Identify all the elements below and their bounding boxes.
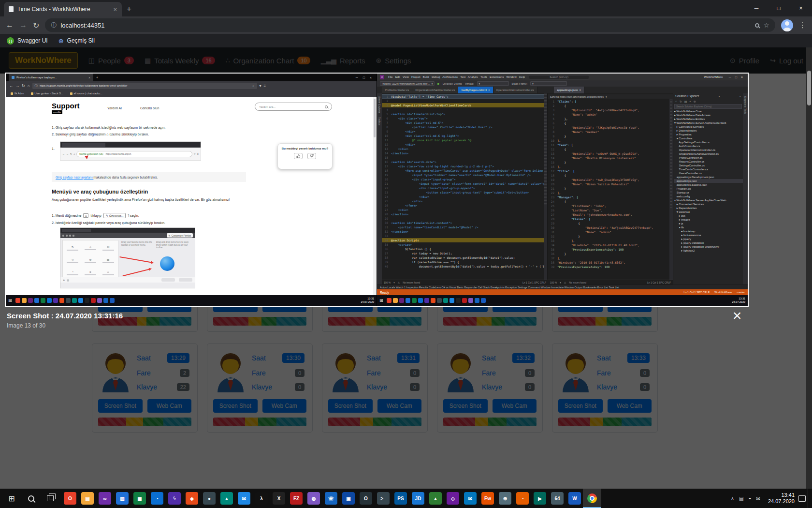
- browser-menu-icon[interactable]: ⋮: [799, 21, 806, 30]
- taskbar-app-icon[interactable]: ▤: [81, 492, 94, 505]
- taskbar-clock[interactable]: 13:41 24.07.2020: [764, 492, 798, 505]
- show-desktop-button[interactable]: [808, 489, 810, 508]
- taskbar-app-icon[interactable]: ▨: [116, 492, 129, 505]
- page-info-icon[interactable]: ⓘ: [51, 21, 57, 30]
- solution-explorer-toolbar: ⌂↻▤+⊛: [673, 99, 743, 104]
- solution-tree-item: SettingsController.cs: [674, 164, 743, 167]
- taskbar-app-icon[interactable]: ◇: [447, 492, 459, 505]
- solution-tree-item: ▸ WorkNoWhere.Core: [674, 109, 743, 113]
- article-link: Giriş sayfası nasıl ayarlanır: [56, 176, 93, 179]
- zoom-icon[interactable]: [755, 23, 759, 28]
- address-bar[interactable]: ⓘ localhost:44351 ☆: [45, 18, 775, 32]
- process-dropdown: Process: [2024] WorkNoWhere.Client.WinF.…: [380, 81, 435, 86]
- close-window-button[interactable]: ×: [790, 0, 812, 16]
- search-button[interactable]: [21, 489, 41, 508]
- taskbar-app-icon[interactable]: W: [568, 492, 581, 505]
- url-text[interactable]: localhost:44351: [60, 22, 751, 29]
- vs-status-bar: Ready Ln 1 Col 1 SPC CRLF WorkNoWhere ma…: [377, 289, 748, 295]
- taskbar-app-icon: [91, 298, 96, 303]
- solution-tree-item: AppSettingsController.cs: [674, 140, 743, 144]
- bookmark-clear-history[interactable]: ⊛ Geçmiş Sil: [58, 37, 95, 45]
- scrollbar-thumb[interactable]: [374, 99, 376, 137]
- taskbar-app-icon[interactable]: ☏: [325, 492, 337, 505]
- tray-icon[interactable]: ▤: [739, 496, 743, 501]
- taskbar-app-icon[interactable]: O: [360, 492, 372, 505]
- start-button[interactable]: ⊞: [2, 489, 21, 508]
- taskbar-app-icon[interactable]: X: [273, 492, 285, 505]
- taskbar-app-icon[interactable]: JD: [412, 492, 424, 505]
- bookmark-swagger[interactable]: { } Swagger UI: [7, 37, 48, 45]
- taskbar-app-icon[interactable]: ▲: [220, 492, 233, 505]
- new-tab-button[interactable]: +: [127, 4, 131, 14]
- scrollbar-thumb[interactable]: [807, 71, 811, 105]
- task-view-button[interactable]: [41, 489, 60, 508]
- code-line: <section id="search-date">: [382, 160, 547, 164]
- tray-icon[interactable]: ✉: [756, 496, 760, 501]
- server-explorer-tab: Server Explorer: [378, 96, 381, 113]
- taskbar-app-icon[interactable]: Fw: [481, 492, 494, 505]
- bookmark-star-icon[interactable]: ☆: [763, 21, 769, 29]
- taskbar-app-icon[interactable]: ▣: [342, 492, 355, 505]
- profile-avatar[interactable]: [781, 19, 793, 31]
- taskbar-clock: 13:3124.07.2020: [361, 297, 374, 304]
- maximize-button[interactable]: □: [768, 0, 790, 16]
- taskbar-app-icon[interactable]: ✉: [464, 492, 477, 505]
- support-logo: Support: [52, 102, 80, 110]
- lightbox-screenshot-image: Firefox'u kullanmaya başlayın... × + ─□×…: [5, 73, 749, 307]
- solution-tree-item: ProfileController.cs: [674, 156, 743, 160]
- minimize-button[interactable]: ─: [745, 0, 768, 16]
- taskbar-app-icon: [450, 298, 454, 303]
- screenshot-monitor-visual-studio: ∞ File Edit View Project Build Debug Arc…: [377, 74, 748, 306]
- tray-icon[interactable]: ◓: [749, 496, 752, 501]
- taskbar-app-icon[interactable]: >_: [377, 492, 390, 505]
- taskbar-app-icon[interactable]: FZ: [290, 492, 303, 505]
- browser-scrollbar[interactable]: [806, 47, 812, 489]
- solution-tree-item: ▸ css: [674, 214, 743, 218]
- taskbar-app-icon[interactable]: ▲: [429, 492, 442, 505]
- desktop-screen: Time Cards - WorkNoWhere × + ─ □ × ← → ↻…: [0, 0, 812, 508]
- taskbar-app-icon[interactable]: ◔: [516, 492, 529, 505]
- taskbar-app-icon[interactable]: ✉: [238, 492, 250, 505]
- support-nav-link: Yardım Al: [107, 106, 122, 110]
- solution-tree-item: AuthController.cs: [674, 144, 743, 148]
- taskbar-app-icon[interactable]: PS: [394, 492, 407, 505]
- code-line: "OptionalId": "4wfjcu1R8GevG477tvBaqA",: [548, 225, 673, 230]
- doc-tab-json: appsettings.json×: [554, 87, 584, 93]
- helpful-card: Bu maddeyi yararlı buldunuz mu?: [277, 143, 333, 169]
- code-line: <input type="hidden" name="userId" value…: [382, 173, 547, 177]
- notification-center-icon[interactable]: [798, 495, 806, 502]
- code-line: </div>: [382, 194, 547, 199]
- taskbar-app-icon[interactable]: ∞: [99, 492, 111, 505]
- tray-expand-icon[interactable]: ∧: [731, 496, 734, 501]
- lightbox-close-button[interactable]: ×: [729, 308, 745, 324]
- taskbar-app-icon[interactable]: 64: [551, 492, 564, 505]
- taskbar-app-icon[interactable]: ▦: [133, 492, 146, 505]
- screenshot-monitor-firefox: Firefox'u kullanmaya başlayın... × + ─□×…: [6, 74, 377, 306]
- taskbar-app-icon[interactable]: ◔: [151, 492, 163, 505]
- taskbar-app-icon[interactable]: ⊕: [499, 492, 511, 505]
- vs-titlebar: ∞ File Edit View Project Build Debug Arc…: [377, 74, 748, 80]
- reload-button[interactable]: ↻: [33, 21, 39, 30]
- code-line: @* önce kart bir şeyler gelecek *@: [382, 138, 547, 142]
- taskbar-app-icon: [78, 298, 83, 303]
- tab-close-icon[interactable]: ×: [113, 6, 117, 13]
- code-line: ],: [548, 164, 673, 169]
- code-line: "OptionalId": "vAQvWF-9D0G_N-y2ux8OlA",: [548, 151, 673, 156]
- forward-button[interactable]: →: [19, 21, 27, 30]
- taskbar-app-icon[interactable]: ϟ: [168, 492, 181, 505]
- taskbar-app-icon[interactable]: λ: [255, 492, 268, 505]
- chrome-taskbar-icon[interactable]: [583, 489, 601, 508]
- support-search-box: Yardım ara...: [255, 103, 332, 111]
- taskbar-app-icon: [59, 298, 64, 303]
- taskbar-app-icon[interactable]: O: [64, 492, 76, 505]
- taskbar-app-icon[interactable]: ◆: [186, 492, 198, 505]
- page-scrollbar[interactable]: [373, 97, 376, 295]
- back-button[interactable]: ←: [6, 21, 14, 30]
- code-line: </section>: [382, 151, 547, 155]
- taskbar-app-icon[interactable]: ●: [203, 492, 216, 505]
- thread-dropdown: ▾: [477, 81, 509, 86]
- browser-tab[interactable]: Time Cards - WorkNoWhere ×: [4, 2, 122, 16]
- doc-tab: OrganizationChartController.cs: [412, 87, 458, 93]
- taskbar-app-icon[interactable]: ◍: [307, 492, 320, 505]
- taskbar-app-icon[interactable]: ▶: [534, 492, 546, 505]
